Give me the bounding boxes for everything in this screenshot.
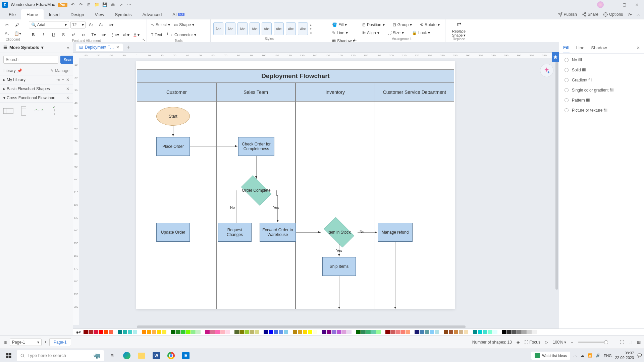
menu-view[interactable]: View — [90, 9, 110, 19]
color-swatch[interactable] — [507, 330, 512, 334]
export-icon[interactable]: ↗ — [118, 2, 124, 7]
color-swatch[interactable] — [284, 330, 288, 334]
color-swatch[interactable] — [191, 330, 196, 334]
flowchart-title[interactable]: Deployment Flowchart — [137, 69, 454, 83]
ai-assistant-icon[interactable] — [540, 64, 553, 77]
color-swatch[interactable] — [279, 330, 283, 334]
node-order-complete[interactable]: Order Complete — [238, 179, 275, 202]
lane-header[interactable]: Customer — [137, 83, 216, 102]
color-swatch[interactable] — [361, 330, 366, 334]
shape-separator-v[interactable] — [50, 106, 60, 116]
color-swatch[interactable] — [274, 330, 278, 334]
color-swatch[interactable] — [147, 330, 151, 334]
color-swatch[interactable] — [532, 330, 537, 334]
style-swatch[interactable]: Abc — [262, 22, 272, 35]
color-swatch[interactable] — [512, 330, 517, 334]
position-button[interactable]: ⊞ Position▾ — [361, 21, 386, 29]
color-swatch[interactable] — [171, 330, 175, 334]
manage-button[interactable]: ✎ Manage — [50, 68, 69, 73]
replace-shape-button[interactable]: Replace Shape ▾ — [452, 29, 466, 37]
color-swatch[interactable] — [537, 330, 542, 334]
style-swatch[interactable]: Abc — [225, 22, 235, 35]
color-swatch[interactable] — [196, 330, 201, 334]
font-color-icon[interactable]: A▾ — [132, 31, 141, 39]
tab-shadow[interactable]: Shadow — [591, 43, 607, 53]
page-paper[interactable]: Deployment Flowchart Customer Sales Team… — [136, 61, 455, 309]
color-swatch[interactable] — [215, 330, 220, 334]
line-button[interactable]: ✎ Line ▾ — [331, 29, 349, 37]
color-swatch[interactable] — [337, 330, 341, 334]
pin-icon[interactable]: 📌 — [17, 68, 22, 73]
shape-swimlane-h[interactable] — [3, 106, 13, 116]
align-icon[interactable]: ≡▾ — [107, 21, 116, 29]
color-swatch[interactable] — [308, 330, 312, 334]
replace-shape-icon[interactable]: ⇄ — [457, 21, 461, 27]
case-icon[interactable]: T▾ — [89, 31, 98, 39]
lane-header[interactable]: Sales Team — [216, 83, 296, 102]
color-swatch[interactable] — [104, 330, 108, 334]
color-swatch[interactable] — [123, 330, 127, 334]
color-swatch[interactable] — [234, 330, 239, 334]
color-swatch[interactable] — [371, 330, 376, 334]
notifications-icon[interactable]: 💬 — [637, 353, 642, 358]
library-label[interactable]: Library — [3, 68, 16, 73]
close-tab-icon[interactable]: ✕ — [116, 45, 119, 50]
connector-tool[interactable]: └→ Connector ▾ — [165, 31, 198, 39]
color-swatch[interactable] — [220, 330, 225, 334]
node-update-order[interactable]: Update Order — [156, 223, 190, 242]
color-swatch[interactable] — [264, 330, 268, 334]
menu-design[interactable]: Design — [65, 9, 89, 19]
color-swatch[interactable] — [454, 330, 458, 334]
maximize-button[interactable]: ▢ — [619, 1, 629, 8]
text-tool[interactable]: T Text — [150, 31, 163, 39]
node-forward-order[interactable]: Forward Order to Warehouse — [260, 223, 296, 242]
color-swatch[interactable] — [493, 330, 497, 334]
color-swatch[interactable] — [488, 330, 492, 334]
fill-option-picture[interactable]: Picture or texture fill — [565, 108, 639, 113]
color-swatch[interactable] — [415, 330, 419, 334]
color-swatch[interactable] — [99, 330, 103, 334]
options-button[interactable]: Options — [603, 12, 623, 17]
menu-insert[interactable]: Insert — [44, 9, 65, 19]
more-icon[interactable]: ⋯ — [126, 2, 132, 7]
color-swatch[interactable] — [322, 330, 326, 334]
format-panel-icon[interactable] — [552, 52, 559, 62]
group-button[interactable]: ⊡ Group▾ — [391, 21, 413, 29]
color-swatch[interactable] — [255, 330, 259, 334]
user-avatar[interactable] — [597, 1, 604, 8]
color-swatch[interactable] — [464, 330, 468, 334]
color-swatch[interactable] — [395, 330, 400, 334]
superscript-icon[interactable]: x² — [69, 31, 78, 39]
focus-button[interactable]: ⛶ Focus — [524, 340, 540, 345]
chevron-right-icon[interactable]: ▸ — [3, 86, 5, 91]
style-swatch[interactable]: Abc — [237, 22, 248, 35]
menu-home[interactable]: Home — [21, 9, 44, 19]
fill-option-pattern[interactable]: Pattern fill — [565, 98, 639, 103]
style-swatch[interactable]: Abc — [250, 22, 260, 35]
taskbar-search[interactable]: Type here to search 🦏 — [17, 350, 104, 361]
cut-icon[interactable]: ✂ — [3, 21, 11, 29]
chrome-icon[interactable] — [164, 350, 178, 361]
color-swatch[interactable] — [269, 330, 273, 334]
increase-font-icon[interactable]: A↑ — [87, 21, 96, 29]
color-swatch[interactable] — [89, 330, 93, 334]
highlight-icon[interactable]: ab▾ — [122, 31, 131, 39]
wifi-icon[interactable]: 📶 — [588, 353, 592, 358]
color-swatch[interactable] — [250, 330, 254, 334]
color-swatch[interactable] — [118, 330, 122, 334]
style-swatch[interactable]: Abc — [274, 22, 284, 35]
fill-option-solid[interactable]: Solid fill — [565, 68, 639, 72]
save-icon[interactable]: 💾 — [102, 2, 108, 7]
color-swatch[interactable] — [239, 330, 244, 334]
close-button[interactable]: ✕ — [632, 1, 642, 8]
style-scroll-up-icon[interactable]: ▴ — [310, 23, 312, 26]
rotate-button[interactable]: ⟲ Rotate▾ — [419, 21, 441, 29]
search-input[interactable] — [3, 56, 58, 64]
color-swatch[interactable] — [400, 330, 405, 334]
color-swatch[interactable] — [245, 330, 249, 334]
color-swatch[interactable] — [205, 330, 210, 334]
color-swatch[interactable] — [430, 330, 434, 334]
tab-line[interactable]: Line — [576, 43, 585, 53]
presentation-icon[interactable]: ▷ — [545, 340, 548, 345]
color-swatch[interactable] — [225, 330, 230, 334]
